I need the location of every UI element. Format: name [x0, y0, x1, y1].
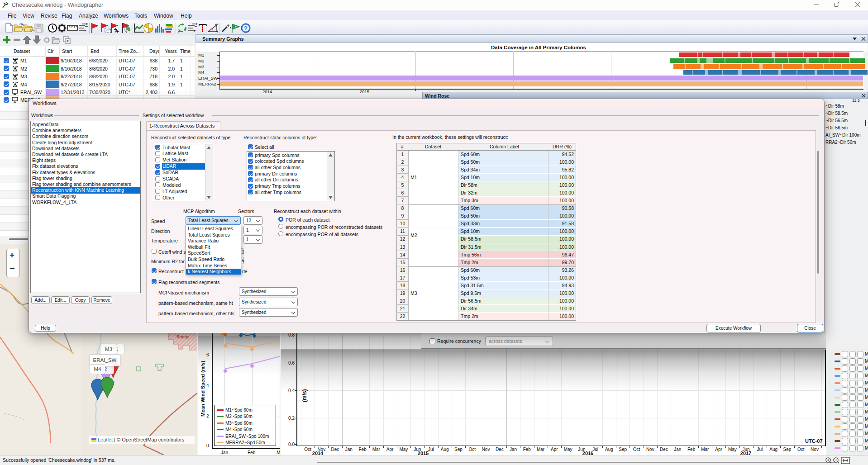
- svg-text:?: ?: [244, 25, 248, 32]
